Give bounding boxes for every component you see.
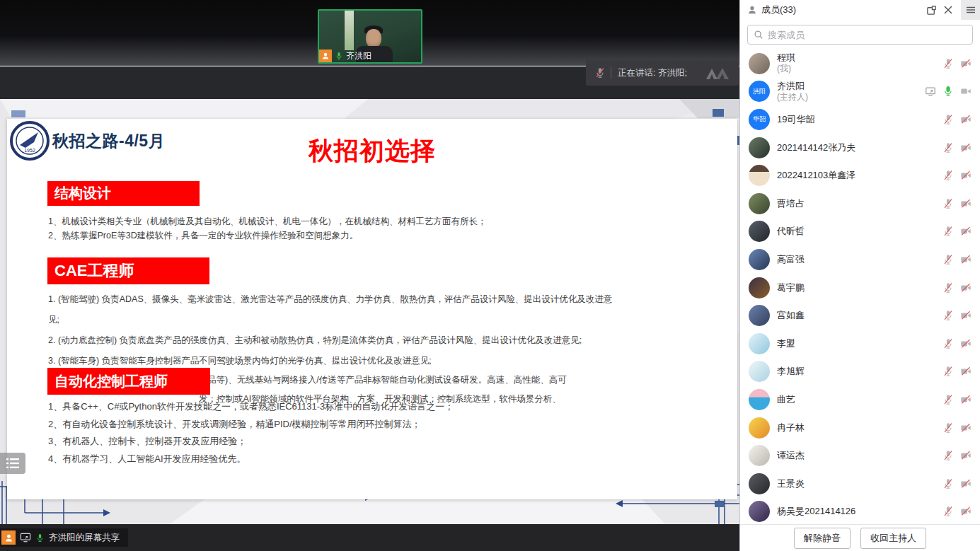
reclaim-host-button[interactable]: 收回主持人 [860,528,926,549]
blackboard-poster [345,11,354,50]
avatar [749,417,770,439]
member-name: 冉子林 [777,422,805,434]
mic-status-icon[interactable] [942,198,954,209]
member-row[interactable]: 谭运杰 [740,441,980,470]
camera-status-icon[interactable] [960,450,972,461]
member-name: 李盟 [777,338,795,349]
members-count-title: 成员(33) [761,4,796,16]
camera-status-icon[interactable] [960,254,972,265]
speaker-video-thumbnail[interactable]: 齐洪阳 [318,9,422,64]
shared-screen: 1952 秋招之路-4/5月 秋招初选择 结构设计 1、机械设计类相关专业（机械… [0,99,739,524]
member-row[interactable]: 曹培占 [740,190,980,218]
member-name: 宫如鑫 [777,310,805,321]
mic-status-icon[interactable] [942,450,954,461]
avatar: 洪阳 [749,81,770,102]
member-row[interactable]: 2021414142张乃夫 [740,134,980,162]
search-icon [754,30,763,40]
avatar: 华韶 [749,109,770,130]
person-badge-icon [1,530,16,545]
member-row[interactable]: 华韶 19司华韶 [740,105,980,134]
camera-status-icon[interactable] [960,310,972,321]
camera-status-icon[interactable] [960,86,972,97]
camera-status-icon[interactable] [960,338,972,349]
mic-status-icon[interactable] [942,366,954,377]
avatar [749,333,770,354]
menu-icon [966,6,976,13]
mic-status-icon[interactable] [942,254,954,265]
video-strip: 齐洪阳 [0,0,739,66]
member-row[interactable]: 代昕哲 [740,218,980,246]
mic-status-icon[interactable] [942,506,954,517]
camera-status-icon[interactable] [960,394,972,405]
member-name: 19司华韶 [777,114,814,125]
member-row[interactable]: 李旭辉 [740,358,980,386]
member-row[interactable]: 高富强 [740,245,980,274]
camera-status-icon[interactable] [960,170,972,181]
camera-status-icon[interactable] [960,282,972,294]
mic-status-icon[interactable] [942,58,954,69]
screen-share-status: 齐洪阳的屏幕共享 [0,528,128,547]
member-name: 代昕哲 [777,226,805,237]
member-search[interactable] [747,25,973,45]
camera-status-icon[interactable] [960,422,972,434]
camera-status-icon[interactable] [960,142,972,153]
member-row[interactable]: 宫如鑫 [740,301,980,330]
mic-on-icon [335,51,343,61]
member-icon [747,5,757,15]
avatar [749,193,770,214]
member-name: 谭运杰 [777,450,805,461]
member-role: (我) [777,64,795,74]
camera-status-icon[interactable] [960,198,972,209]
camera-status-icon[interactable] [960,478,972,489]
member-row[interactable]: 曲艺 [740,385,980,414]
mic-status-icon[interactable] [942,310,954,321]
camera-status-icon[interactable] [960,58,972,69]
members-panel-header: 成员(33) [740,0,980,20]
member-name: 杨吴旻2021414126 [777,506,855,517]
member-name: 齐洪阳 [777,81,808,92]
search-input[interactable] [768,30,967,40]
members-panel: 成员(33) 程琪 (我) [739,0,980,551]
section-bullets-cae-engineer: 1. (智能驾驶) 负责ADAS、摄像头、毫米波雷达、激光雷达等产品的强度仿真、… [48,289,623,371]
popout-panel-button[interactable] [926,5,937,16]
screen-share-icon [925,86,936,97]
member-row[interactable]: 冉子林 [740,414,980,442]
member-name: 2022412103单鑫泽 [777,170,855,181]
camera-status-icon[interactable] [960,506,972,517]
member-row[interactable]: 2022412103单鑫泽 [740,161,980,190]
side-panel-toggle[interactable] [0,453,25,474]
automation-bg-text-2: 发；控制或AI智能领域的软件平台架构、方案、开发和测试；控制系统选型，软件场景分… [199,393,561,405]
mic-status-icon[interactable] [942,114,954,125]
mic-muted-icon [594,67,606,79]
avatar [749,249,770,270]
mic-status-icon[interactable] [942,282,954,294]
mic-status-icon[interactable] [942,142,954,153]
member-row[interactable]: 王景炎 [740,470,980,498]
member-row[interactable]: 程琪 (我) [740,50,980,78]
member-row[interactable]: 洪阳 齐洪阳 (主持人) [740,78,980,106]
avatar [749,305,770,326]
mic-status-icon[interactable] [942,422,954,434]
close-panel-button[interactable] [943,5,953,15]
speaking-label: 正在讲话: 齐洪阳; [618,67,687,79]
member-row[interactable]: 李盟 [740,330,980,358]
speaker-name: 齐洪阳 [346,50,371,62]
unmute-all-button[interactable]: 解除静音 [794,528,851,549]
mic-status-icon[interactable] [942,86,954,97]
mic-status-icon[interactable] [942,226,954,237]
mic-status-icon[interactable] [942,170,954,181]
member-row[interactable]: 杨吴旻2021414126 [740,498,980,525]
close-icon [943,5,953,15]
meeting-watermark-icon [703,65,733,81]
mic-status-icon[interactable] [942,394,954,405]
camera-status-icon[interactable] [960,114,972,125]
panel-menu-button[interactable] [961,0,980,20]
mic-status-icon[interactable] [942,478,954,489]
video-name-overlay: 齐洪阳 [319,50,376,62]
camera-status-icon[interactable] [960,226,972,237]
mic-status-icon[interactable] [942,338,954,349]
section-header-structural-design: 结构设计 [47,181,200,206]
camera-status-icon[interactable] [960,366,972,377]
member-row[interactable]: 葛宇鹏 [740,274,980,302]
member-name: 王景炎 [777,478,805,489]
